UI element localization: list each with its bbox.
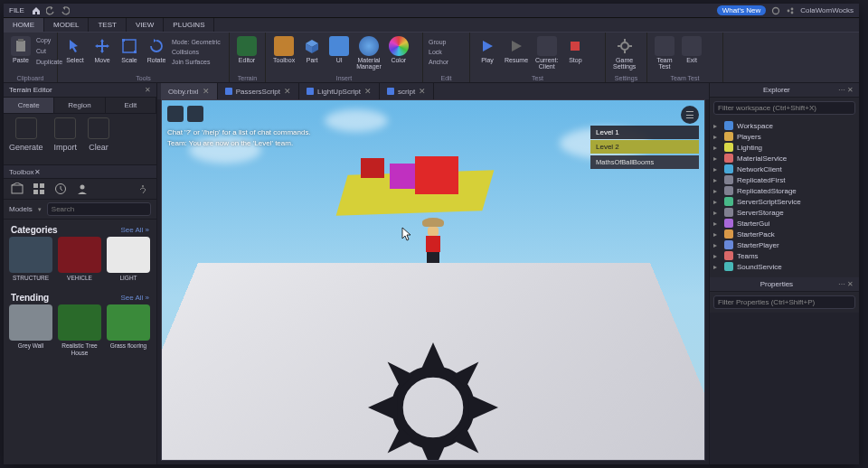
terrain-tab-region[interactable]: Region: [54, 98, 105, 113]
game-settings-button[interactable]: Game Settings: [611, 35, 637, 70]
group-button[interactable]: Group: [429, 37, 446, 47]
material-manager-button[interactable]: Material Manager: [354, 35, 383, 70]
explorer-node[interactable]: ▸StarterPack: [713, 229, 855, 239]
username-label[interactable]: ColaWomWocks: [800, 6, 854, 14]
terrain-tab-edit[interactable]: Edit: [106, 98, 156, 113]
explorer-node[interactable]: ▸NetworkClient: [713, 164, 855, 174]
hud-level-row[interactable]: Level 2: [590, 140, 699, 154]
spawn-decal-icon: [352, 326, 514, 461]
toolbox-category-dropdown[interactable]: Models: [9, 205, 33, 213]
explorer-tree: ▸Workspace▸Players▸Lighting▸MaterialServ…: [710, 118, 859, 274]
recent-icon[interactable]: [54, 183, 67, 195]
leaderboard: ☰ Level 1Level 2 MathsOfBallBooms: [590, 106, 699, 169]
toolbox-category-card[interactable]: VEHICLE: [58, 237, 101, 282]
terrain-editor-button[interactable]: Editor: [235, 35, 259, 64]
svg-point-0: [773, 7, 779, 14]
document-tabs: Obby.rbxl✕PassersScript✕LightUpScript✕sc…: [157, 83, 709, 99]
team-exit-button[interactable]: Exit: [680, 35, 703, 64]
close-icon[interactable]: ✕: [419, 87, 426, 96]
doc-tab[interactable]: Obby.rbxl✕: [161, 83, 218, 99]
menu-tab-strip: HOMEMODELTESTVIEWPLUGINS: [4, 18, 859, 33]
stop-button[interactable]: Stop: [563, 35, 587, 64]
menu-tab-home[interactable]: HOME: [4, 18, 44, 32]
toolbox-category-card[interactable]: LIGHT: [107, 237, 150, 282]
share-icon[interactable]: [786, 6, 795, 15]
svg-point-10: [621, 42, 628, 50]
explorer-node[interactable]: ▸Players: [713, 131, 855, 142]
marketplace-icon[interactable]: [11, 183, 24, 195]
terrain-import-button[interactable]: Import: [54, 117, 78, 161]
toolbox-category-card[interactable]: STRUCTURE: [9, 237, 52, 282]
doc-tab[interactable]: PassersScript✕: [218, 83, 299, 99]
hud-settings-icon[interactable]: ☰: [681, 106, 699, 124]
explorer-header: Explorer⋯ ✕: [710, 83, 859, 98]
lock-button[interactable]: Lock: [429, 47, 442, 57]
viewport-chat-button[interactable]: [187, 106, 203, 122]
see-all-trending-link[interactable]: See All »: [120, 294, 149, 302]
toolbox-trending-card[interactable]: Grey Wall: [9, 304, 52, 357]
close-icon[interactable]: ✕: [203, 87, 210, 96]
terrain-generate-button[interactable]: Generate: [9, 117, 43, 161]
explorer-node[interactable]: ▸SoundService: [713, 261, 855, 272]
part-button[interactable]: Part: [300, 35, 324, 64]
explorer-node[interactable]: ▸Lighting: [713, 142, 855, 153]
creations-icon[interactable]: [76, 183, 89, 195]
menu-tab-test[interactable]: TEST: [89, 18, 126, 32]
collisions-toggle[interactable]: Collisions: [172, 47, 221, 57]
toolbox-trending-card[interactable]: Grass flooring: [107, 304, 150, 357]
explorer-node[interactable]: ▸ServerScriptService: [713, 196, 855, 207]
explorer-node[interactable]: ▸StarterPlayer: [713, 239, 855, 250]
terrain-clear-button[interactable]: Clear: [88, 117, 109, 161]
svg-rect-17: [40, 183, 44, 188]
play-button[interactable]: Play: [476, 35, 499, 64]
explorer-node[interactable]: ▸StarterGui: [713, 218, 855, 229]
undo-icon[interactable]: [46, 6, 55, 15]
explorer-node[interactable]: ▸ReplicatedStorage: [713, 185, 855, 196]
toolbox-search-input[interactable]: [47, 202, 151, 216]
terrain-tab-create[interactable]: Create: [4, 98, 54, 113]
hud-player-row[interactable]: MathsOfBallBooms: [590, 155, 699, 169]
see-all-categories-link[interactable]: See All »: [120, 226, 149, 234]
svg-point-22: [142, 185, 144, 187]
select-button[interactable]: Select: [63, 35, 87, 64]
home-icon[interactable]: [32, 6, 41, 15]
explorer-node[interactable]: ▸MaterialService: [713, 153, 855, 164]
menu-tab-plugins[interactable]: PLUGINS: [164, 18, 214, 32]
team-test-button[interactable]: Team Test: [653, 35, 676, 70]
whats-new-button[interactable]: What's New: [717, 5, 766, 15]
scale-button[interactable]: Scale: [118, 35, 141, 64]
help-icon[interactable]: [137, 183, 149, 195]
explorer-node[interactable]: ▸Workspace: [713, 120, 855, 131]
move-button[interactable]: Move: [90, 35, 114, 64]
doc-tab[interactable]: script✕: [380, 83, 434, 99]
refresh-icon[interactable]: [771, 6, 780, 15]
inventory-icon[interactable]: [33, 183, 45, 195]
explorer-node[interactable]: ▸Teams: [713, 250, 855, 261]
redo-icon[interactable]: [61, 6, 70, 15]
menu-tab-model[interactable]: MODEL: [44, 18, 89, 32]
color-button[interactable]: Color: [387, 35, 410, 64]
chat-log: Chat '?' or '/help' for a list of chat c…: [167, 127, 311, 149]
doc-tab[interactable]: LightUpScript✕: [299, 83, 380, 99]
toolbox-button[interactable]: Toolbox: [271, 35, 297, 64]
resume-button[interactable]: Resume: [503, 35, 530, 64]
join-surfaces-toggle[interactable]: Join Surfaces: [172, 57, 221, 67]
paste-button[interactable]: Paste: [9, 35, 33, 64]
hud-level-row[interactable]: Level 1: [590, 126, 699, 139]
anchor-button[interactable]: Anchor: [429, 57, 448, 67]
close-icon[interactable]: ✕: [284, 87, 291, 96]
svg-rect-15: [12, 185, 23, 193]
close-icon[interactable]: ✕: [364, 87, 372, 96]
menu-tab-view[interactable]: VIEW: [127, 18, 164, 32]
explorer-node[interactable]: ▸ReplicatedFirst: [713, 174, 855, 185]
properties-search-input[interactable]: Filter Properties (Ctrl+Shift+P): [713, 295, 855, 309]
rotate-button[interactable]: Rotate: [145, 35, 168, 64]
explorer-search-input[interactable]: Filter workspace (Ctrl+Shift+X): [713, 101, 855, 115]
toolbox-trending-card[interactable]: Realistic Tree House: [58, 304, 101, 357]
properties-header: Properties⋯ ✕: [710, 277, 859, 292]
explorer-node[interactable]: ▸ServerStorage: [713, 207, 855, 218]
file-menu[interactable]: FILE: [9, 6, 24, 14]
viewport-3d[interactable]: Chat '?' or '/help' for a list of chat c…: [161, 99, 705, 461]
ui-button[interactable]: UI: [327, 35, 351, 64]
viewport-menu-button[interactable]: [167, 106, 184, 122]
